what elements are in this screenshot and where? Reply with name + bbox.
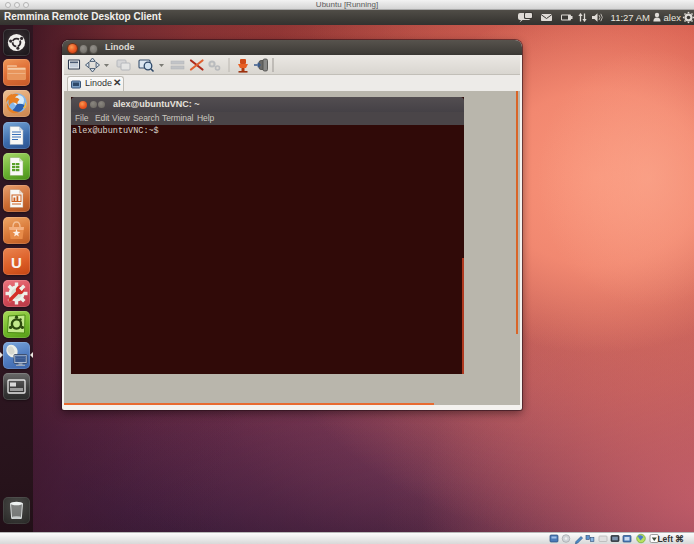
svg-text:U: U <box>11 254 22 271</box>
